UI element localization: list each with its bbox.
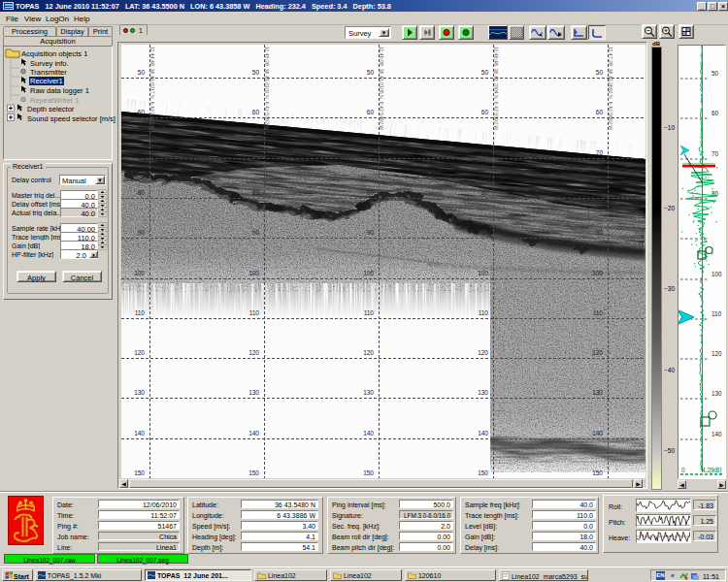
svg-text:130: 130 [478,389,488,396]
svg-text:11:46:08 36 43.0105 N 6 42 5: 11:46:08 36 43.0105 N 6 42 5492 W [379,47,384,130]
svg-text:130: 130 [248,389,259,396]
svg-text:150: 150 [592,469,603,476]
svg-text:140: 140 [711,431,722,437]
svg-text:50: 50 [367,69,375,76]
svg-text:110: 110 [711,310,722,317]
svg-text:120: 120 [478,349,488,356]
svg-text:70: 70 [596,149,604,156]
svg-text:50: 50 [481,69,489,76]
svg-text:0: 0 [681,467,685,473]
svg-text:11:47:28 36 43.2692 N 6 42 5: 11:47:28 36 43.2692 N 6 42 5692 W [608,47,613,130]
svg-text:50: 50 [711,70,719,77]
svg-text:140: 140 [134,430,145,436]
svg-text:120: 120 [363,349,374,356]
svg-text:80: 80 [138,189,146,196]
svg-text:130: 130 [363,389,374,396]
svg-text:4.2[kB]: 4.2[kB] [702,467,721,474]
svg-text:11:44:48 36 43.0217 N 6 42 5: 11:44:48 36 43.0217 N 6 42 5292 W [149,47,155,130]
svg-text:60: 60 [596,109,604,115]
svg-text:110: 110 [364,309,375,316]
svg-text:100: 100 [711,271,722,277]
svg-text:140: 140 [592,430,603,436]
svg-text:130: 130 [592,389,603,396]
svg-text:120: 120 [592,349,603,356]
svg-text:80: 80 [252,189,260,196]
svg-text:150: 150 [363,469,374,476]
svg-text:120: 120 [711,350,722,357]
svg-text:110: 110 [593,309,604,316]
svg-text:60: 60 [252,109,260,115]
svg-text:150: 150 [134,469,145,476]
svg-text:100: 100 [363,270,374,276]
svg-text:60: 60 [138,109,146,115]
svg-text:130: 130 [134,389,145,396]
svg-text:100: 100 [134,270,145,276]
svg-text:140: 140 [478,430,488,436]
svg-text:100: 100 [478,270,488,276]
svg-text:90: 90 [138,229,146,236]
svg-text:120: 120 [248,349,259,356]
svg-text:70: 70 [481,149,489,156]
svg-text:70: 70 [252,149,260,156]
svg-text:60: 60 [481,109,489,115]
svg-text:150: 150 [478,469,488,476]
svg-text:70: 70 [711,150,719,157]
svg-text:90: 90 [252,229,260,236]
svg-text:60: 60 [711,110,719,116]
svg-text:50: 50 [252,69,260,76]
svg-text:50: 50 [596,69,604,76]
svg-text:70: 70 [138,149,146,156]
svg-text:110: 110 [249,309,260,316]
svg-text:60: 60 [367,109,375,115]
svg-text:11:46:48 36 43.7004 N 6 42 5: 11:46:48 36 43.7004 N 6 42 5592 W [493,47,499,130]
svg-text:70: 70 [367,149,375,156]
svg-text:140: 140 [363,430,374,436]
svg-text:80: 80 [481,189,489,196]
svg-text:130: 130 [711,390,722,397]
svg-text:150: 150 [248,469,259,476]
svg-text:90: 90 [596,229,604,236]
svg-text:140: 140 [248,430,259,436]
svg-text:80: 80 [367,189,375,196]
svg-text:100: 100 [592,270,603,276]
svg-text:100: 100 [248,270,259,276]
svg-text:90: 90 [367,229,375,236]
svg-text:120: 120 [134,349,145,356]
svg-text:90: 90 [481,229,489,236]
svg-text:11:45:28 36 43.0102 N 6 42 5: 11:45:28 36 43.0102 N 6 42 5392 W [264,47,270,130]
svg-text:80: 80 [596,189,604,196]
svg-text:50: 50 [138,69,146,76]
svg-text:110: 110 [479,309,489,316]
svg-text:110: 110 [135,309,146,316]
